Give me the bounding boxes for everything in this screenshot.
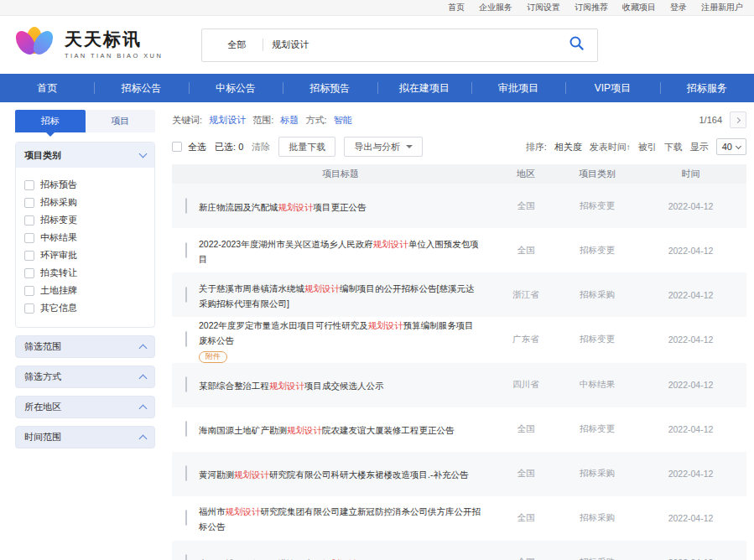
row-region: 全国	[492, 512, 559, 524]
search-button[interactable]	[555, 29, 597, 61]
page-size-select[interactable]: 40	[716, 138, 746, 155]
category-option-tender-change[interactable]: 招标变更	[24, 211, 154, 229]
checkbox[interactable]	[24, 251, 34, 261]
nav-item-tender-services[interactable]: 招标服务	[660, 74, 754, 102]
category-option-label: 土地挂牌	[40, 284, 77, 297]
title-text: 2022年度罗定市量造水田项目可行性研究及	[199, 320, 368, 330]
category-option-eia-approval[interactable]: 环评审批	[24, 246, 154, 264]
checkbox[interactable]	[24, 303, 34, 314]
site-logo[interactable]: 天天标讯 TIAN TIAN BIAO XUN	[12, 23, 163, 67]
title-text: 项目成交候选人公示	[304, 381, 384, 391]
category-option-award-result[interactable]: 中标结果	[24, 229, 154, 246]
scope-label: 范围:	[252, 115, 273, 125]
nav-item-tender-previews[interactable]: 招标预告	[283, 74, 377, 102]
title-text: 黄河勘测	[199, 469, 234, 480]
table-row: 合肥园博园国外园、港澳、台园规划设计 全国 招标采购 2022-04-12	[172, 541, 746, 560]
row-date: 2022-04-12	[635, 469, 746, 479]
page-indicator: 1/164	[699, 115, 722, 125]
column-header-type: 项目类别	[559, 168, 635, 180]
row-checkbox[interactable]	[185, 465, 187, 481]
result-title-link[interactable]: 新庄物流园及汽配城规划设计项目更正公告	[199, 202, 367, 212]
site-title: 天天标讯	[65, 30, 163, 49]
checkbox[interactable]	[24, 215, 34, 226]
section-time-range[interactable]: 时间范围	[15, 426, 155, 449]
section-region[interactable]: 所在地区	[15, 396, 155, 418]
category-option-land-listing[interactable]: 土地挂牌	[24, 282, 154, 299]
checkbox[interactable]	[24, 180, 34, 190]
result-title-link[interactable]: 2022-2023年度湖州市吴兴区道场乡人民政府规划设计单位入围预发包项目	[199, 239, 479, 264]
section-filter-method[interactable]: 筛选方式	[15, 366, 155, 388]
sidebar-tabs: 招标 项目	[15, 110, 155, 132]
export-analyze-button[interactable]: 导出与分析	[344, 137, 423, 157]
topbar-link-login[interactable]: 登录	[670, 2, 687, 13]
row-date: 2022-04-12	[635, 513, 746, 523]
nav-item-award-announcements[interactable]: 中标公告	[189, 74, 283, 102]
title-text: 研究院有限公司科研大楼东裙楼改造项目.-补充公告	[269, 469, 468, 480]
search-category-select[interactable]: 全部	[202, 39, 263, 51]
checkbox[interactable]	[24, 198, 34, 208]
category-panel-header[interactable]: 项目类别	[16, 143, 154, 168]
result-title-link[interactable]: 黄河勘测规划设计研究院有限公司科研大楼东裙楼改造项目.-补充公告	[199, 469, 468, 480]
category-option-tender-procurement[interactable]: 招标采购	[24, 194, 154, 211]
row-checkbox[interactable]	[185, 554, 187, 560]
tab-project[interactable]: 项目	[86, 110, 156, 132]
row-region: 全国	[492, 200, 559, 212]
topbar-link-enterprise-services[interactable]: 企业服务	[479, 2, 512, 13]
chevron-up-icon	[139, 405, 148, 413]
row-checkbox[interactable]	[185, 287, 187, 303]
result-title-link[interactable]: 关于慈溪市周巷镇清水绕城规划设计编制项目的公开招标公告[慈溪元达采购招标代理有限…	[199, 283, 474, 309]
row-checkbox[interactable]	[185, 331, 187, 347]
category-option-tender-preview[interactable]: 招标预告	[24, 176, 154, 194]
title-keyword-highlight: 规划设计	[373, 239, 408, 249]
pagination: 1/164	[699, 111, 746, 128]
row-checkbox[interactable]	[185, 510, 187, 526]
mode-value[interactable]: 智能	[334, 115, 352, 125]
row-type: 中标结果	[559, 379, 635, 391]
row-date: 2022-04-12	[635, 424, 746, 434]
result-title-link[interactable]: 2022年度罗定市量造水田项目可行性研究及规划设计预算编制服务项目废标公告	[199, 320, 474, 345]
topbar-link-home[interactable]: 首页	[448, 2, 465, 13]
scope-value[interactable]: 标题	[280, 115, 299, 125]
topbar-link-favorites[interactable]: 收藏项目	[622, 2, 656, 13]
topbar-link-subscription-settings[interactable]: 订阅设置	[527, 2, 560, 13]
batch-download-button[interactable]: 批量下载	[278, 137, 335, 157]
category-option-other-info[interactable]: 其它信息	[24, 299, 154, 317]
main-nav: 首页 招标公告 中标公告 招标预告 拟在建项目 审批项目 VIP项目 招标服务	[0, 74, 754, 102]
nav-item-proposed-projects[interactable]: 拟在建项目	[377, 74, 471, 102]
section-filter-scope[interactable]: 筛选范围	[15, 335, 155, 358]
checkbox[interactable]	[24, 268, 34, 278]
results-area: 关键词: 规划设计 范围: 标题 方式: 智能 1/164 全选 已选: 0	[172, 110, 746, 560]
results-toolbar: 全选 已选: 0 清除 批量下载 导出与分析 排序: 相关度 发表时间↑ 被引	[172, 136, 746, 158]
category-option-auction-transfer[interactable]: 拍卖转让	[24, 264, 154, 282]
tab-tender[interactable]: 招标	[15, 110, 86, 132]
row-checkbox[interactable]	[185, 376, 187, 392]
attachment-badge[interactable]: 附件	[199, 351, 227, 363]
row-checkbox[interactable]	[185, 242, 187, 258]
checkbox[interactable]	[24, 233, 34, 243]
row-date: 2022-04-12	[635, 334, 746, 345]
row-checkbox[interactable]	[185, 198, 187, 214]
clear-selection-button[interactable]: 清除	[252, 141, 270, 153]
result-title-link[interactable]: 福州市规划设计研究院集团有限公司建立新冠防控消杀公司供方库公开招标公告	[199, 506, 481, 531]
title-text: 2022-2023年度湖州市吴兴区道场乡人民政府	[199, 239, 373, 249]
selected-count: 已选: 0	[215, 141, 243, 153]
result-title-link[interactable]: 某部综合整治工程规划设计项目成交候选人公示	[199, 381, 384, 391]
sort-cited[interactable]: 被引	[638, 141, 657, 153]
nav-item-approval-projects[interactable]: 审批项目	[471, 74, 565, 102]
sort-download[interactable]: 下载	[664, 141, 683, 153]
result-title-link[interactable]: 海南国源土地矿产勘测规划设计院农建友谊大厦装修工程更正公告	[199, 425, 455, 435]
nav-item-home[interactable]: 首页	[0, 74, 94, 102]
search-input[interactable]	[263, 40, 555, 50]
topbar-link-subscription-recommend[interactable]: 订阅推荐	[575, 2, 608, 13]
select-all-checkbox[interactable]	[172, 142, 182, 152]
checkbox[interactable]	[24, 286, 34, 296]
topbar-link-register[interactable]: 注册新用户	[701, 2, 743, 13]
nav-item-vip-projects[interactable]: VIP项目	[565, 74, 659, 102]
keyword-value[interactable]: 规划设计	[209, 115, 246, 125]
row-checkbox[interactable]	[185, 421, 187, 437]
nav-item-tender-announcements[interactable]: 招标公告	[94, 74, 188, 102]
sort-relevance[interactable]: 相关度	[554, 141, 582, 153]
sort-publish-time[interactable]: 发表时间↑	[590, 141, 631, 153]
search-icon	[569, 35, 585, 54]
next-page-button[interactable]	[730, 111, 746, 128]
